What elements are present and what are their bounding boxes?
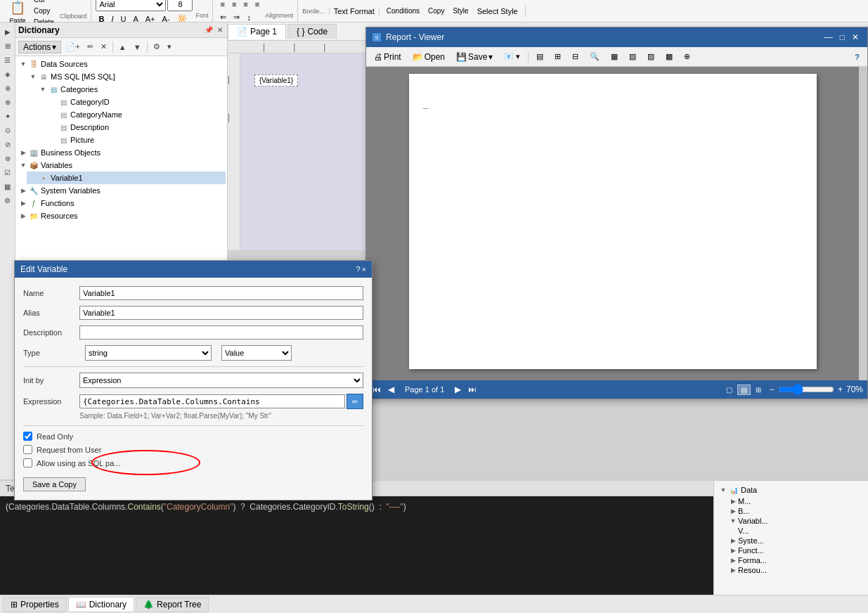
tab-dictionary[interactable]: 📖 Dictionary bbox=[68, 597, 134, 612]
edit-item-button[interactable]: ✏ bbox=[84, 41, 96, 53]
strip-btn-5[interactable]: ⊕ bbox=[1, 82, 14, 94]
tree-item-description[interactable]: ▤ Description bbox=[46, 121, 226, 134]
type-kind-select[interactable]: Value Range List bbox=[221, 345, 292, 361]
view-mode-2-button[interactable]: ▤ bbox=[737, 385, 751, 395]
expression-input[interactable] bbox=[79, 394, 345, 408]
viewer-tb-btn-a[interactable]: ▦ bbox=[606, 50, 623, 63]
tree-item-picture[interactable]: ▤ Picture bbox=[46, 134, 226, 146]
bottom-tree-data[interactable]: ▼ 📊 Data bbox=[717, 484, 865, 496]
indent-right-button[interactable]: ⇒ bbox=[231, 11, 242, 23]
tab-properties[interactable]: ⊞ Properties bbox=[3, 597, 67, 612]
bottom-tree-business[interactable]: ▶ B... bbox=[727, 506, 865, 516]
viewer-save-button[interactable]: 💾 Save ▾ bbox=[451, 50, 498, 64]
actions-button[interactable]: Actions ▾ bbox=[18, 41, 61, 53]
align-justify-button[interactable]: ≡ bbox=[252, 0, 262, 10]
viewer-print-button[interactable]: 🖨 Print bbox=[369, 50, 406, 64]
viewer-view-single-button[interactable]: ▤ bbox=[531, 50, 548, 63]
tree-item-variable1[interactable]: ▪ Variable1 bbox=[27, 172, 226, 184]
move-up-button[interactable]: ▲ bbox=[116, 41, 129, 53]
close-dict-button[interactable]: ✕ bbox=[216, 25, 224, 34]
tree-item-resources[interactable]: ▶ 📁 Resources bbox=[17, 209, 226, 222]
viewer-tb-btn-e[interactable]: ⊕ bbox=[679, 50, 695, 63]
view-mode-1-button[interactable]: ▢ bbox=[723, 385, 736, 395]
viewer-maximize-button[interactable]: □ bbox=[837, 32, 848, 42]
tree-item-categoryname[interactable]: ▤ CategoryName bbox=[46, 108, 226, 121]
align-center-button[interactable]: ≡ bbox=[229, 0, 239, 10]
viewer-tb-btn-b[interactable]: ▧ bbox=[624, 50, 641, 63]
strip-btn-6[interactable]: ⊗ bbox=[1, 96, 14, 108]
tree-item-variables[interactable]: ▼ 📦 Variables bbox=[17, 159, 226, 172]
zoom-out-button[interactable]: − bbox=[767, 384, 777, 395]
tree-item-business-objects[interactable]: ▶ 🏢 Business Objects bbox=[17, 146, 226, 159]
tree-item-system-vars[interactable]: ▶ 🔧 System Variables bbox=[17, 184, 226, 197]
strip-btn-13[interactable]: ⚙ bbox=[1, 194, 14, 207]
indent-left-button[interactable]: ⇐ bbox=[217, 11, 229, 23]
bottom-tree-resources[interactable]: ▶ Resou... bbox=[727, 565, 865, 575]
style-button[interactable]: Style bbox=[450, 6, 471, 16]
strip-btn-10[interactable]: ⊛ bbox=[1, 152, 14, 164]
settings-chevron-button[interactable]: ▾ bbox=[164, 41, 174, 53]
add-item-button[interactable]: 📄+ bbox=[63, 41, 82, 53]
dialog-help-button[interactable]: ? bbox=[356, 265, 360, 273]
name-input[interactable] bbox=[79, 286, 363, 300]
bottom-tree-format[interactable]: ▶ Forma... bbox=[727, 555, 865, 565]
settings-button[interactable]: ⚙ bbox=[150, 41, 163, 53]
move-down-button[interactable]: ▼ bbox=[131, 41, 144, 53]
prev-page-button[interactable]: ◀ bbox=[386, 384, 396, 395]
strip-btn-2[interactable]: ⊞ bbox=[1, 39, 14, 52]
zoom-in-button[interactable]: + bbox=[836, 384, 845, 395]
tree-item-data-sources[interactable]: ▼ 🗄 Data Sources bbox=[17, 58, 226, 70]
strip-btn-9[interactable]: ⊘ bbox=[1, 138, 14, 150]
strip-btn-7[interactable]: ✦ bbox=[1, 110, 14, 122]
bottom-tree-v[interactable]: V... bbox=[737, 526, 865, 536]
align-right-button[interactable]: ≡ bbox=[240, 0, 250, 10]
init-by-select[interactable]: Expression Value None bbox=[79, 373, 363, 388]
type-select[interactable]: string int float bool bbox=[85, 345, 212, 361]
pin-button[interactable]: 📌 bbox=[203, 25, 214, 34]
viewer-email-button[interactable]: 📧 ▾ bbox=[499, 50, 525, 63]
tab-page1[interactable]: 📄 Page 1 bbox=[228, 24, 286, 39]
bottom-tree-system[interactable]: ▶ Syste... bbox=[727, 536, 865, 546]
request-from-user-checkbox[interactable] bbox=[23, 445, 32, 454]
tab-code[interactable]: { } Code bbox=[287, 24, 337, 39]
description-input[interactable] bbox=[79, 325, 363, 340]
tree-item-categories[interactable]: ▼ ▤ Categories bbox=[37, 83, 226, 96]
viewer-find-button[interactable]: 🔍 bbox=[585, 50, 604, 63]
align-left-button[interactable]: ≡ bbox=[217, 0, 227, 10]
read-only-checkbox[interactable] bbox=[23, 432, 32, 441]
tab-report-tree[interactable]: 🌲 Report Tree bbox=[136, 597, 209, 612]
viewer-tb-btn-d[interactable]: ▩ bbox=[661, 50, 678, 63]
view-mode-3-button[interactable]: ⊞ bbox=[752, 385, 765, 395]
viewer-view-continuous-button[interactable]: ⊞ bbox=[550, 50, 566, 63]
viewer-view-grid-button[interactable]: ⊟ bbox=[567, 50, 583, 63]
strip-btn-8[interactable]: ⊙ bbox=[1, 124, 14, 136]
strip-btn-3[interactable]: ☰ bbox=[1, 53, 14, 66]
strip-btn-12[interactable]: ▦ bbox=[1, 180, 14, 193]
strip-btn-11[interactable]: ☑ bbox=[1, 166, 14, 179]
delete-item-button[interactable]: ✕ bbox=[98, 41, 110, 53]
select-style-button[interactable]: Select Style bbox=[474, 6, 521, 17]
font-size-input[interactable] bbox=[167, 0, 193, 11]
tree-item-functions[interactable]: ▶ ƒ Functions bbox=[17, 197, 226, 209]
conditions-button[interactable]: Conditions bbox=[384, 6, 422, 16]
viewer-scrollbar[interactable] bbox=[859, 67, 867, 380]
next-page-button[interactable]: ▶ bbox=[453, 384, 463, 395]
dialog-close-button[interactable]: × bbox=[362, 265, 366, 273]
allow-sql-checkbox[interactable] bbox=[23, 458, 32, 467]
viewer-minimize-button[interactable]: — bbox=[822, 32, 836, 42]
viewer-tb-btn-c[interactable]: ▨ bbox=[642, 50, 659, 63]
save-copy-button[interactable]: Save a Copy bbox=[23, 477, 86, 491]
strip-btn-4[interactable]: ◈ bbox=[1, 67, 14, 80]
bottom-tree-functions[interactable]: ▶ Funct... bbox=[727, 546, 865, 555]
paste-button[interactable]: 📋 bbox=[7, 0, 28, 17]
expression-edit-button[interactable]: ✏ bbox=[346, 394, 363, 409]
tree-item-ms-sql[interactable]: ▼ 🖥 MS SQL [MS SQL] bbox=[27, 70, 226, 83]
viewer-open-button[interactable]: 📂 Open bbox=[408, 50, 450, 64]
font-select[interactable]: Arial bbox=[96, 0, 166, 11]
viewer-help-button[interactable]: ? bbox=[850, 51, 864, 63]
strip-btn-1[interactable]: ▶ bbox=[1, 25, 14, 38]
copy-button[interactable]: Copy bbox=[31, 6, 57, 16]
tree-item-categoryid[interactable]: ▤ CategoryID bbox=[46, 96, 226, 108]
bottom-tree-variables[interactable]: ▼ Variabl... bbox=[727, 516, 865, 526]
zoom-slider[interactable] bbox=[778, 384, 834, 395]
